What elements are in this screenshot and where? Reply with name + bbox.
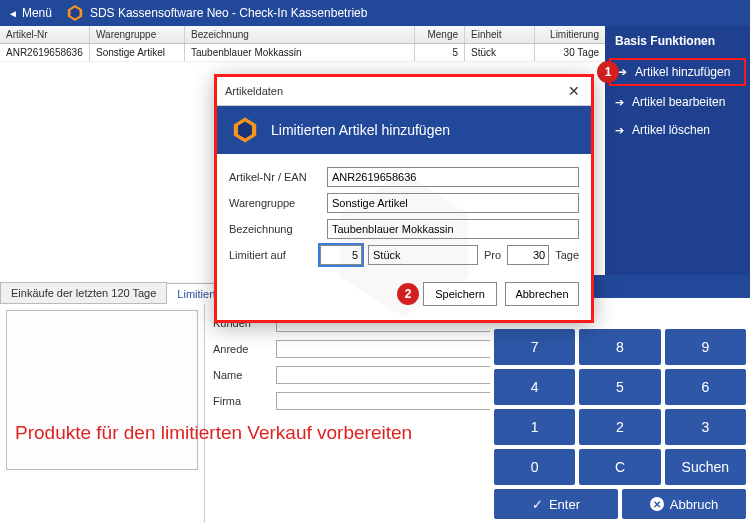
cell-warengruppe: Sonstige Artikel: [90, 44, 185, 61]
cell-limitierung: 30 Tage: [535, 44, 605, 61]
key-4[interactable]: 4: [494, 369, 575, 405]
col-bezeichnung[interactable]: Bezeichnung: [185, 26, 415, 43]
col-artikel-nr[interactable]: Artikel-Nr: [0, 26, 90, 43]
callout-badge-1: 1: [597, 61, 619, 83]
dialog-logo-icon: [231, 116, 259, 144]
label-wgrp: Warengruppe: [229, 197, 321, 209]
input-bez[interactable]: [327, 219, 579, 239]
sidebar-item-label: Artikel löschen: [632, 123, 710, 137]
menu-button[interactable]: ◄ Menü: [0, 0, 60, 26]
close-icon[interactable]: ✕: [565, 82, 583, 100]
key-search[interactable]: Suchen: [665, 449, 746, 485]
key-clear[interactable]: C: [579, 449, 660, 485]
thumbnail-box: [6, 310, 198, 470]
input-artnr[interactable]: [327, 167, 579, 187]
key-6[interactable]: 6: [665, 369, 746, 405]
key-2[interactable]: 2: [579, 409, 660, 445]
titlebar: ◄ Menü SDS Kassensoftware Neo - Check-In…: [0, 0, 750, 26]
annotation-caption: Produkte für den limitierten Verkauf vor…: [15, 422, 412, 444]
app-title: SDS Kassensoftware Neo - Check-In Kassen…: [90, 6, 367, 20]
cancel-button[interactable]: Abbrechen: [505, 282, 579, 306]
callout-badge-2: 2: [397, 283, 419, 305]
menu-label: Menü: [22, 6, 52, 20]
col-warengruppe[interactable]: Warengruppe: [90, 26, 185, 43]
tab-einkaeufe[interactable]: Einkäufe der letzten 120 Tage: [0, 282, 167, 303]
label-limit: Limitiert auf: [229, 249, 314, 261]
key-7[interactable]: 7: [494, 329, 575, 365]
cell-einheit: Stück: [465, 44, 535, 61]
enter-button[interactable]: ✓ Enter: [494, 489, 618, 519]
sidebar-item-label: Artikel bearbeiten: [632, 95, 725, 109]
dialog-window-title: Artikeldaten: [225, 85, 283, 97]
save-button[interactable]: Speichern: [423, 282, 497, 306]
cancel-icon: ✕: [650, 497, 664, 511]
sidebar-item-edit[interactable]: ➔ Artikel bearbeiten: [605, 88, 750, 116]
enter-label: Enter: [549, 497, 580, 512]
abort-label: Abbruch: [670, 497, 718, 512]
arrow-right-icon: ➔: [615, 96, 624, 109]
check-icon: ✓: [532, 497, 543, 512]
chevron-left-icon: ◄: [8, 8, 18, 19]
table-row[interactable]: ANR2619658636 Sonstige Artikel Taubenbla…: [0, 44, 605, 62]
col-menge[interactable]: Menge: [415, 26, 465, 43]
abort-button[interactable]: ✕ Abbruch: [622, 489, 746, 519]
sidebar-item-add[interactable]: 1 ➔ Artikel hinzufügen: [609, 58, 746, 86]
cell-artikel-nr: ANR2619658636: [0, 44, 90, 61]
key-3[interactable]: 3: [665, 409, 746, 445]
key-0[interactable]: 0: [494, 449, 575, 485]
sidebar-heading: Basis Funktionen: [605, 26, 750, 56]
label-tage: Tage: [555, 249, 579, 261]
label-firma: Firma: [213, 395, 268, 407]
label-anrede: Anrede: [213, 343, 268, 355]
dialog-titlebar[interactable]: Artikeldaten ✕: [217, 77, 591, 106]
input-days[interactable]: [507, 245, 549, 265]
label-bez: Bezeichnung: [229, 223, 321, 235]
label-artnr: Artikel-Nr / EAN: [229, 171, 321, 183]
dialog-header: Limitierten Artikel hinzufügen: [217, 106, 591, 154]
input-limit-qty[interactable]: [320, 245, 362, 265]
cell-menge: 5: [415, 44, 465, 61]
dialog-heading: Limitierten Artikel hinzufügen: [271, 122, 450, 138]
thumbnail-column: [0, 304, 205, 523]
key-1[interactable]: 1: [494, 409, 575, 445]
label-name: Name: [213, 369, 268, 381]
grid-header: Artikel-Nr Warengruppe Bezeichnung Menge…: [0, 26, 605, 44]
article-dialog: Artikeldaten ✕ Limitierten Artikel hinzu…: [214, 74, 594, 323]
col-limitierung[interactable]: Limitierung: [535, 26, 605, 43]
sidebar-item-delete[interactable]: ➔ Artikel löschen: [605, 116, 750, 144]
key-5[interactable]: 5: [579, 369, 660, 405]
input-wgrp[interactable]: [327, 193, 579, 213]
key-8[interactable]: 8: [579, 329, 660, 365]
label-pro: Pro: [484, 249, 501, 261]
col-einheit[interactable]: Einheit: [465, 26, 535, 43]
sidebar-item-label: Artikel hinzufügen: [635, 65, 730, 79]
cell-bezeichnung: Taubenblauer Mokkassin: [185, 44, 415, 61]
input-unit[interactable]: [368, 245, 478, 265]
app-logo-icon: [66, 4, 84, 22]
key-9[interactable]: 9: [665, 329, 746, 365]
arrow-right-icon: ➔: [615, 124, 624, 137]
